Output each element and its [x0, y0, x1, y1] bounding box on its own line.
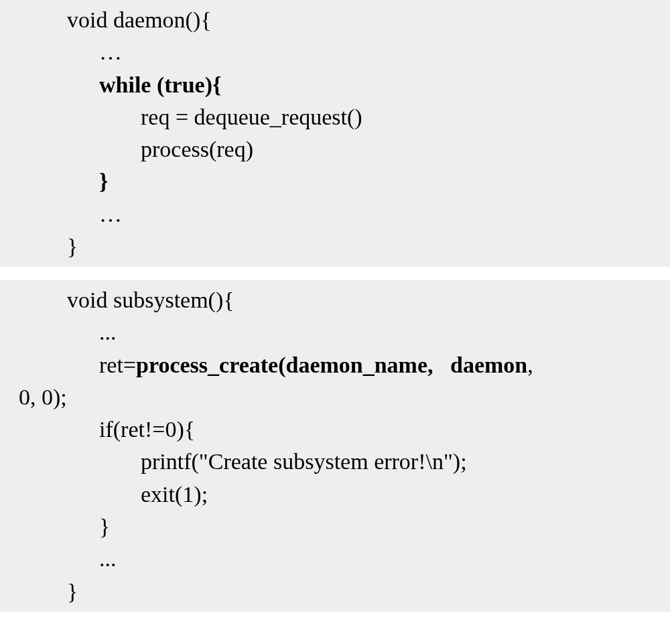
code-line: } [0, 166, 670, 198]
code-line: exit(1); [0, 478, 670, 511]
code-line: … [0, 198, 670, 231]
code-line: void daemon(){ [0, 4, 670, 36]
code-line: ... [0, 543, 670, 575]
code-panel-subsystem: void subsystem(){ ... ret=process_create… [0, 280, 670, 612]
code-line: 0, 0); [0, 381, 670, 413]
code-line: process(req) [0, 133, 670, 166]
code-line: while (true){ [0, 69, 670, 101]
code-line: req = dequeue_request() [0, 101, 670, 133]
code-text: , [527, 352, 533, 377]
code-line: if(ret!=0){ [0, 413, 670, 446]
code-line: ... [0, 316, 670, 348]
code-line: } [0, 231, 670, 263]
code-line: ret=process_create(daemon_name, daemon, [0, 349, 670, 381]
code-line: } [0, 576, 670, 608]
code-block-subsystem: void subsystem(){ ... ret=process_create… [0, 284, 670, 608]
code-block-daemon: void daemon(){ … while (true){ req = deq… [0, 4, 670, 263]
code-line: … [0, 36, 670, 68]
code-line: void subsystem(){ [0, 284, 670, 316]
code-line: } [0, 511, 670, 543]
code-text: ret= [99, 352, 136, 377]
code-text: process_create(daemon_name, daemon [136, 352, 527, 377]
code-panel-daemon: void daemon(){ … while (true){ req = deq… [0, 0, 670, 267]
code-line: printf("Create subsystem error!\n"); [0, 446, 670, 478]
